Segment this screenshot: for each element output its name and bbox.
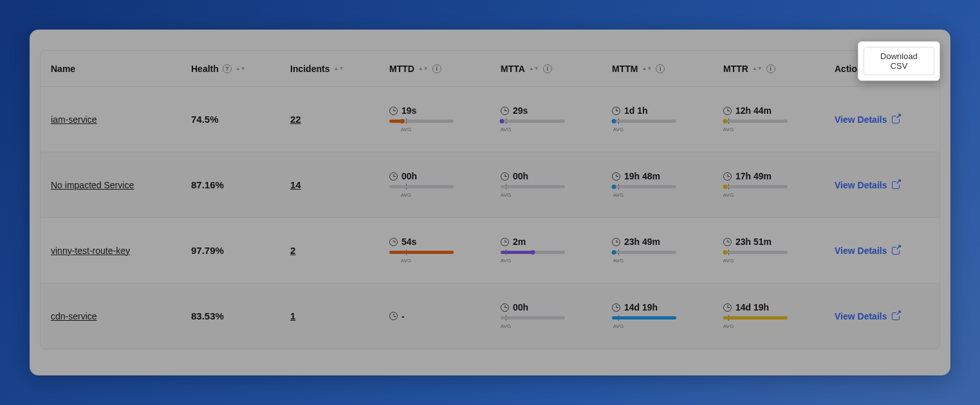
modal-overlay[interactable]	[0, 0, 980, 405]
download-menu: Download CSV	[858, 41, 940, 81]
download-csv-button[interactable]: Download CSV	[864, 47, 934, 75]
